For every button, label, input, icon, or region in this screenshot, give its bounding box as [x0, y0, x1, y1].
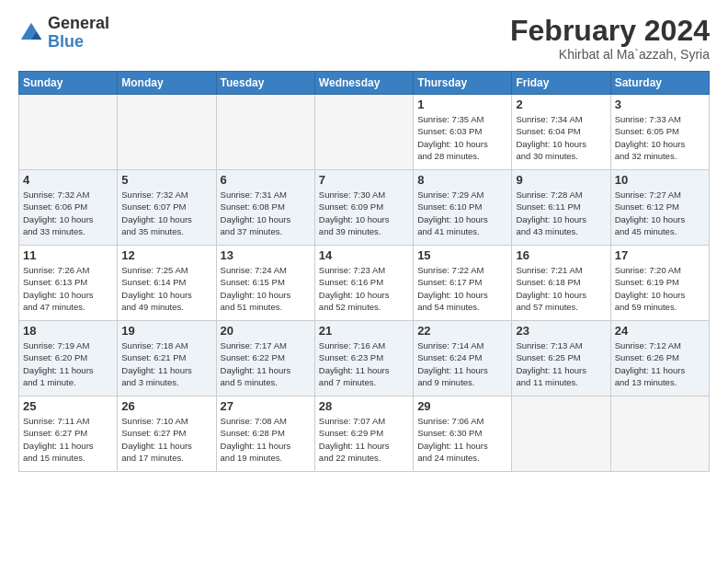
- calendar-cell: 28Sunrise: 7:07 AM Sunset: 6:29 PM Dayli…: [314, 396, 413, 472]
- day-info: Sunrise: 7:07 AM Sunset: 6:29 PM Dayligh…: [319, 415, 409, 464]
- day-number: 1: [417, 98, 507, 111]
- calendar-cell: 14Sunrise: 7:23 AM Sunset: 6:16 PM Dayli…: [314, 246, 413, 321]
- month-title: February 2024: [510, 15, 710, 47]
- header-monday: Monday: [118, 72, 216, 95]
- calendar-cell: 9Sunrise: 7:28 AM Sunset: 6:11 PM Daylig…: [512, 170, 610, 246]
- header-thursday: Thursday: [414, 72, 512, 95]
- calendar-cell: 1Sunrise: 7:35 AM Sunset: 6:03 PM Daylig…: [414, 95, 512, 170]
- day-number: 3: [615, 98, 705, 111]
- day-info: Sunrise: 7:06 AM Sunset: 6:30 PM Dayligh…: [417, 415, 507, 464]
- calendar-cell: 17Sunrise: 7:20 AM Sunset: 6:19 PM Dayli…: [610, 246, 709, 321]
- day-info: Sunrise: 7:32 AM Sunset: 6:07 PM Dayligh…: [121, 189, 211, 237]
- header-sunday: Sunday: [19, 72, 118, 95]
- day-number: 8: [417, 173, 507, 187]
- day-info: Sunrise: 7:20 AM Sunset: 6:19 PM Dayligh…: [615, 264, 705, 313]
- day-info: Sunrise: 7:21 AM Sunset: 6:18 PM Dayligh…: [516, 264, 606, 313]
- day-info: Sunrise: 7:08 AM Sunset: 6:28 PM Dayligh…: [221, 415, 311, 464]
- day-info: Sunrise: 7:10 AM Sunset: 6:27 PM Dayligh…: [121, 415, 211, 464]
- day-number: 9: [516, 173, 606, 187]
- day-info: Sunrise: 7:11 AM Sunset: 6:27 PM Dayligh…: [23, 415, 113, 464]
- day-info: Sunrise: 7:25 AM Sunset: 6:14 PM Dayligh…: [121, 264, 211, 313]
- header-tuesday: Tuesday: [216, 72, 314, 95]
- calendar-cell: 10Sunrise: 7:27 AM Sunset: 6:12 PM Dayli…: [610, 170, 709, 246]
- day-number: 6: [221, 173, 311, 187]
- day-info: Sunrise: 7:31 AM Sunset: 6:08 PM Dayligh…: [221, 189, 311, 237]
- day-info: Sunrise: 7:13 AM Sunset: 6:25 PM Dayligh…: [516, 339, 606, 388]
- calendar-table: Sunday Monday Tuesday Wednesday Thursday…: [18, 71, 710, 472]
- page-header: General Blue February 2024 Khirbat al Ma…: [18, 15, 710, 62]
- calendar-cell: 23Sunrise: 7:13 AM Sunset: 6:25 PM Dayli…: [512, 321, 610, 396]
- day-info: Sunrise: 7:35 AM Sunset: 6:03 PM Dayligh…: [417, 113, 507, 162]
- day-info: Sunrise: 7:32 AM Sunset: 6:06 PM Dayligh…: [23, 189, 113, 237]
- calendar-cell: 3Sunrise: 7:33 AM Sunset: 6:05 PM Daylig…: [610, 95, 709, 170]
- day-info: Sunrise: 7:12 AM Sunset: 6:26 PM Dayligh…: [615, 339, 705, 388]
- logo-text: General Blue: [48, 15, 109, 52]
- calendar-cell: 4Sunrise: 7:32 AM Sunset: 6:06 PM Daylig…: [19, 170, 118, 246]
- day-info: Sunrise: 7:19 AM Sunset: 6:20 PM Dayligh…: [23, 339, 113, 388]
- day-number: 22: [417, 324, 507, 338]
- day-number: 16: [516, 248, 606, 262]
- day-info: Sunrise: 7:22 AM Sunset: 6:17 PM Dayligh…: [417, 264, 507, 313]
- day-number: 14: [319, 248, 409, 262]
- calendar-cell: 2Sunrise: 7:34 AM Sunset: 6:04 PM Daylig…: [512, 95, 610, 170]
- day-number: 18: [23, 324, 113, 338]
- calendar-cell: [118, 95, 216, 170]
- day-info: Sunrise: 7:16 AM Sunset: 6:23 PM Dayligh…: [319, 339, 409, 388]
- day-info: Sunrise: 7:28 AM Sunset: 6:11 PM Dayligh…: [516, 189, 606, 237]
- day-number: 2: [516, 98, 606, 111]
- calendar-cell: 24Sunrise: 7:12 AM Sunset: 6:26 PM Dayli…: [610, 321, 709, 396]
- day-number: 4: [23, 173, 113, 187]
- calendar-cell: 13Sunrise: 7:24 AM Sunset: 6:15 PM Dayli…: [216, 246, 314, 321]
- day-info: Sunrise: 7:30 AM Sunset: 6:09 PM Dayligh…: [319, 189, 409, 237]
- calendar-cell: [19, 95, 118, 170]
- logo-general: General: [48, 15, 109, 33]
- logo-blue: Blue: [48, 33, 109, 52]
- calendar-cell: 22Sunrise: 7:14 AM Sunset: 6:24 PM Dayli…: [414, 321, 512, 396]
- location: Khirbat al Ma`azzah, Syria: [510, 47, 710, 62]
- calendar-cell: [512, 396, 610, 472]
- day-number: 13: [221, 248, 311, 262]
- week-row-5: 25Sunrise: 7:11 AM Sunset: 6:27 PM Dayli…: [19, 396, 710, 472]
- week-row-3: 11Sunrise: 7:26 AM Sunset: 6:13 PM Dayli…: [19, 246, 710, 321]
- day-number: 12: [121, 248, 211, 262]
- page-container: General Blue February 2024 Khirbat al Ma…: [0, 0, 728, 481]
- calendar-cell: 25Sunrise: 7:11 AM Sunset: 6:27 PM Dayli…: [19, 396, 118, 472]
- day-number: 20: [221, 324, 311, 338]
- calendar-cell: 19Sunrise: 7:18 AM Sunset: 6:21 PM Dayli…: [118, 321, 216, 396]
- day-number: 5: [121, 173, 211, 187]
- day-number: 21: [319, 324, 409, 338]
- day-number: 7: [319, 173, 409, 187]
- day-info: Sunrise: 7:34 AM Sunset: 6:04 PM Dayligh…: [516, 113, 606, 162]
- day-number: 25: [23, 399, 113, 413]
- header-wednesday: Wednesday: [314, 72, 413, 95]
- day-number: 28: [319, 399, 409, 413]
- day-number: 27: [221, 399, 311, 413]
- day-number: 23: [516, 324, 606, 338]
- header-friday: Friday: [512, 72, 610, 95]
- calendar-cell: 12Sunrise: 7:25 AM Sunset: 6:14 PM Dayli…: [118, 246, 216, 321]
- calendar-cell: 8Sunrise: 7:29 AM Sunset: 6:10 PM Daylig…: [414, 170, 512, 246]
- day-number: 24: [615, 324, 705, 338]
- day-number: 10: [615, 173, 705, 187]
- day-number: 11: [23, 248, 113, 262]
- day-number: 29: [417, 399, 507, 413]
- logo: General Blue: [18, 15, 109, 52]
- day-number: 19: [121, 324, 211, 338]
- day-info: Sunrise: 7:33 AM Sunset: 6:05 PM Dayligh…: [615, 113, 705, 162]
- day-number: 26: [121, 399, 211, 413]
- day-info: Sunrise: 7:14 AM Sunset: 6:24 PM Dayligh…: [417, 339, 507, 388]
- week-row-1: 1Sunrise: 7:35 AM Sunset: 6:03 PM Daylig…: [19, 95, 710, 170]
- day-info: Sunrise: 7:17 AM Sunset: 6:22 PM Dayligh…: [221, 339, 311, 388]
- calendar-cell: 7Sunrise: 7:30 AM Sunset: 6:09 PM Daylig…: [314, 170, 413, 246]
- calendar-cell: 15Sunrise: 7:22 AM Sunset: 6:17 PM Dayli…: [414, 246, 512, 321]
- calendar-cell: 6Sunrise: 7:31 AM Sunset: 6:08 PM Daylig…: [216, 170, 314, 246]
- day-info: Sunrise: 7:26 AM Sunset: 6:13 PM Dayligh…: [23, 264, 113, 313]
- calendar-cell: 26Sunrise: 7:10 AM Sunset: 6:27 PM Dayli…: [118, 396, 216, 472]
- day-info: Sunrise: 7:23 AM Sunset: 6:16 PM Dayligh…: [319, 264, 409, 313]
- day-info: Sunrise: 7:24 AM Sunset: 6:15 PM Dayligh…: [221, 264, 311, 313]
- day-number: 17: [615, 248, 705, 262]
- calendar-cell: 11Sunrise: 7:26 AM Sunset: 6:13 PM Dayli…: [19, 246, 118, 321]
- calendar-cell: [216, 95, 314, 170]
- calendar-cell: 5Sunrise: 7:32 AM Sunset: 6:07 PM Daylig…: [118, 170, 216, 246]
- calendar-cell: [610, 396, 709, 472]
